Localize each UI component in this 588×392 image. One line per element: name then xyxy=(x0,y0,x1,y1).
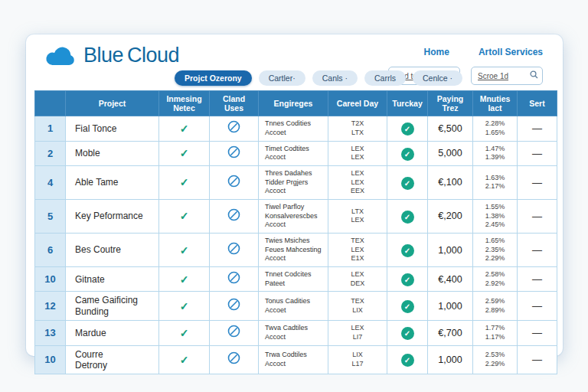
cland-cell xyxy=(210,199,259,233)
paying-cell: €,100 xyxy=(428,165,473,199)
check-icon: ✓ xyxy=(180,122,189,135)
careel-day-cell: T2X LTX xyxy=(328,116,387,141)
engineers-cell: Tonus Cadities Accoet xyxy=(259,292,328,321)
minutes-cell: 1.47% 1.39% xyxy=(473,141,518,165)
check-icon: ✓ xyxy=(180,354,189,366)
main-card: BlueCloud Home Artoll Services Projct Oz… xyxy=(26,34,563,356)
turckay-cell: ✓ xyxy=(387,292,428,321)
inmesing-cell: ✓ xyxy=(159,199,210,233)
row-number: 10 xyxy=(35,345,66,374)
nav-link-home[interactable]: Home xyxy=(424,47,449,57)
project-cell: Came Gaificing Bunding xyxy=(66,292,159,321)
cland-cell xyxy=(210,345,259,374)
inmesing-cell: ✓ xyxy=(159,165,210,199)
check-icon: ✓ xyxy=(180,176,189,188)
brand-name: BlueCloud xyxy=(83,44,179,67)
table-row: 6Bes Coutre✓Twies Msiches Feues Mahcesti… xyxy=(35,234,557,267)
cland-cell xyxy=(210,116,259,141)
no-entry-icon xyxy=(227,145,240,158)
turckay-cell: ✓ xyxy=(387,234,428,267)
check-circle-icon: ✓ xyxy=(401,177,414,190)
engineers-cell: Twies Msiches Feues Mahcesting Accoct xyxy=(259,234,328,267)
row-number: 2 xyxy=(35,141,66,165)
table-row: 4Able Tame✓Thres Dadahes Tidder Prgjers … xyxy=(35,165,557,199)
project-cell: Moble xyxy=(66,141,159,165)
project-cell: Able Tame xyxy=(66,165,159,199)
sert-cell: — xyxy=(518,267,557,292)
cland-cell xyxy=(210,267,259,292)
row-number: 1 xyxy=(35,116,66,141)
header-engireges: Engireges xyxy=(259,91,328,116)
project-cell: Key Peformance xyxy=(66,199,159,233)
inmesing-cell: ✓ xyxy=(159,292,210,321)
check-icon: ✓ xyxy=(180,327,189,339)
row-number: 10 xyxy=(35,267,66,292)
tab-carrls[interactable]: Carrls xyxy=(364,70,406,86)
inmesing-cell: ✓ xyxy=(159,141,210,165)
careel-day-cell: TEX LEX E1X xyxy=(328,234,387,267)
top-nav: Home Artoll Services xyxy=(424,47,543,57)
sert-cell: — xyxy=(518,234,557,267)
inmesing-cell: ✓ xyxy=(159,321,210,345)
minutes-cell: 2.59% 2.89% xyxy=(473,292,518,321)
table-row: 10Gitnate✓Tnnet Codcites PateetLEX DEX✓€… xyxy=(35,267,557,292)
turckay-cell: ✓ xyxy=(387,141,428,165)
header-index xyxy=(35,91,66,116)
header-cland-uses: Cland Uses xyxy=(210,91,259,116)
table-row: 12Came Gaificing Bunding✓Tonus Cadities … xyxy=(35,292,557,321)
tab-bar: Projct Ozerony Cartler· Canls · Carrls C… xyxy=(175,70,462,86)
tab-project-overview[interactable]: Projct Ozerony xyxy=(175,70,252,86)
brand-name-part2: Cloud xyxy=(127,44,179,67)
careel-day-cell: LEX LEX xyxy=(328,141,387,165)
tab-canls[interactable]: Canls · xyxy=(312,70,358,86)
engineers-cell: Tnnet Codcites Pateet xyxy=(259,267,328,292)
turckay-cell: ✓ xyxy=(387,116,428,141)
table-row: 1Fial Tonce✓Tnnes Codities AccoetT2X LTX… xyxy=(35,116,557,141)
table-row: 2Moble✓Timet Codtites AccoctLEX LEX✓5,00… xyxy=(35,141,557,165)
engineers-cell: Timet Codtites Accoct xyxy=(259,141,328,165)
engineers-cell: Thres Dadahes Tidder Prgjers Accoct xyxy=(259,165,328,199)
no-entry-icon xyxy=(227,325,240,338)
row-number: 5 xyxy=(35,199,66,233)
turckay-cell: ✓ xyxy=(387,199,428,233)
minutes-cell: 2.58% 2.92% xyxy=(473,267,518,292)
no-entry-icon xyxy=(227,351,240,364)
check-icon: ✓ xyxy=(180,147,189,159)
row-number: 4 xyxy=(35,165,66,199)
table-row: 10Courre Detrony✓Trwa Codtiles AccoctLIX… xyxy=(35,345,557,374)
turckay-cell: ✓ xyxy=(387,345,428,374)
check-icon: ✓ xyxy=(180,273,189,286)
check-circle-icon: ✓ xyxy=(401,327,414,340)
cland-cell xyxy=(210,234,259,267)
tab-cartler[interactable]: Cartler· xyxy=(259,70,305,86)
header-sert: Sert xyxy=(518,91,557,116)
paying-cell: 1,000 xyxy=(428,345,473,374)
table-header-row: Project Inmesing Netec Cland Uses Engire… xyxy=(35,91,557,116)
check-icon: ✓ xyxy=(180,300,189,312)
nav-link-artoll-services[interactable]: Artoll Services xyxy=(479,47,543,57)
header-careel-day: Careel Day xyxy=(328,91,387,116)
check-circle-icon: ✓ xyxy=(401,354,414,367)
check-circle-icon: ✓ xyxy=(401,122,414,136)
turckay-cell: ✓ xyxy=(387,165,428,199)
project-cell: Gitnate xyxy=(66,267,159,292)
header-paying-trez: Paying Trez xyxy=(428,91,473,116)
inmesing-cell: ✓ xyxy=(159,267,210,292)
cland-cell xyxy=(210,141,259,165)
paying-cell: 1,000 xyxy=(428,292,473,321)
paying-cell: €,200 xyxy=(428,199,473,233)
check-icon: ✓ xyxy=(180,210,189,222)
table-row: 5Key Peformance✓Tiwel Parfloy Konsalvere… xyxy=(35,199,557,233)
minutes-cell: 1.65% 2.35% 2.29% xyxy=(473,234,518,267)
careel-day-cell: LEX LEX EEX xyxy=(328,165,387,199)
sert-cell: — xyxy=(518,345,557,374)
check-circle-icon: ✓ xyxy=(401,244,414,257)
check-circle-icon: ✓ xyxy=(401,211,414,224)
tab-cenlce[interactable]: Cenlce · xyxy=(413,70,462,86)
engineers-cell: Tnnes Codities Accoet xyxy=(259,116,328,141)
careel-day-cell: LIX L17 xyxy=(328,345,387,374)
header-turckay: Turckay xyxy=(387,91,428,116)
no-entry-icon xyxy=(227,298,240,311)
inmesing-cell: ✓ xyxy=(159,234,210,267)
sert-cell: — xyxy=(518,321,557,345)
